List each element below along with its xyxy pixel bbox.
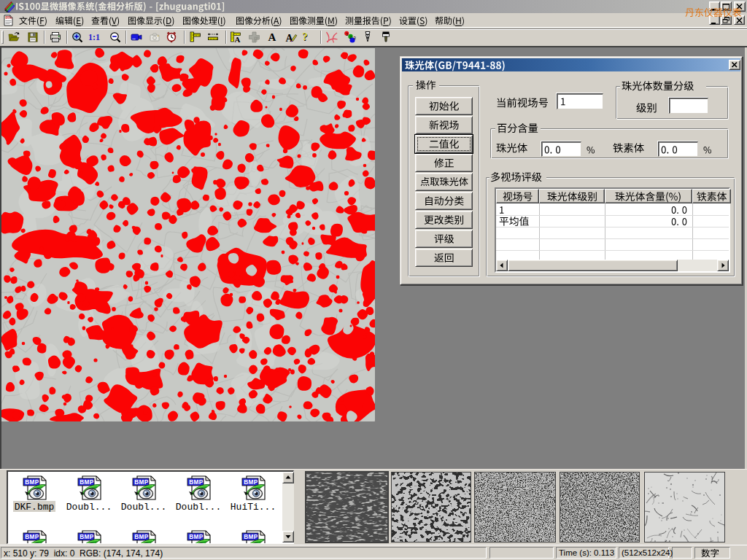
svg-text:BMP: BMP (80, 534, 94, 540)
svg-text:BMP: BMP (244, 479, 258, 486)
svg-text:BMP: BMP (25, 534, 39, 540)
svg-text:BMP: BMP (134, 479, 149, 486)
svg-text:BMP: BMP (244, 534, 258, 540)
svg-text:A: A (268, 31, 276, 43)
svg-text:BMP: BMP (189, 479, 204, 486)
svg-text:BMP: BMP (25, 479, 39, 486)
svg-text:A: A (235, 35, 241, 44)
svg-text:BMP: BMP (189, 534, 204, 540)
svg-text:BMP: BMP (134, 534, 149, 540)
svg-text:BMP: BMP (80, 479, 94, 486)
svg-text:A: A (286, 33, 294, 44)
svg-text:3: 3 (354, 36, 357, 40)
svg-text:1:1: 1:1 (88, 32, 100, 42)
svg-text:?: ? (302, 31, 307, 42)
